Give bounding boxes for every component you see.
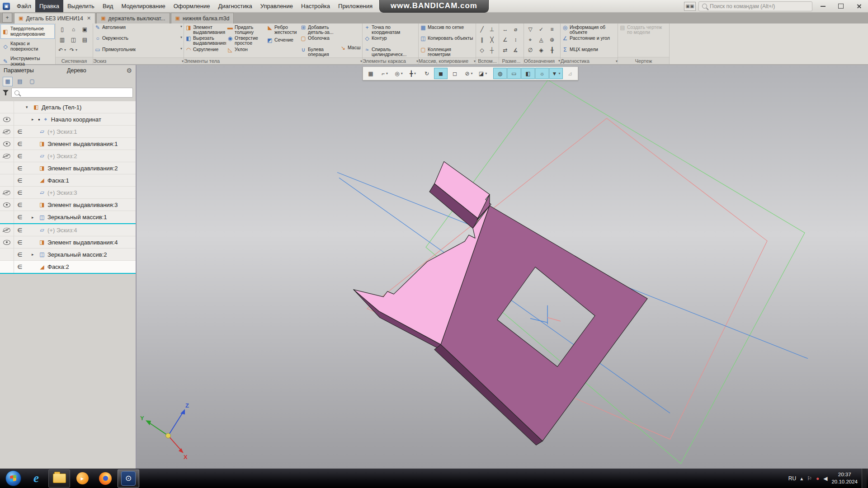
kompas-taskbar-button[interactable]: ⊙ [118,469,139,488]
ribbon-command[interactable]: ▢ Оболочка [300,35,340,46]
ribbon-command-disabled[interactable]: ▤ Создать чертеж по модели [619,24,668,37]
aux-icon-button[interactable]: ⊥ [486,24,498,34]
filter-icon[interactable] [3,90,9,95]
tree-item[interactable]: ∈ ◢ Фаска:1 [0,174,136,187]
notation-icon-button[interactable]: ✓ [535,24,547,34]
visibility-toggle[interactable] [0,150,14,162]
new-document-button[interactable]: + [2,13,12,23]
visibility-toggle[interactable] [0,224,14,236]
viewport-tool-button[interactable]: ▼ ▾ [549,68,563,79]
tree-item[interactable]: ∈ ▱ (+) Эскиз:2 [0,150,136,162]
viewport-tool-button[interactable]: ◪ ▾ [476,68,490,79]
menu-item[interactable]: Оформление [170,0,214,12]
visibility-toggle[interactable] [0,162,14,174]
notation-icon-button[interactable]: ∅ [524,45,537,55]
section-dropdown-icon[interactable]: ▾ [473,59,476,63]
panels-layout-button[interactable]: ▣▣ [684,2,696,11]
ribbon-command[interactable]: ◧ Вырезать выдавливанием [185,35,226,46]
panel-tool-button[interactable]: ▤ [15,77,25,86]
aux-icon-button[interactable]: ┼ [486,45,498,55]
menu-item[interactable]: Вид [99,0,118,12]
visibility-toggle[interactable] [0,187,14,198]
language-indicator[interactable]: RU [788,475,796,482]
dropdown-icon[interactable]: ▾ [413,71,416,75]
menu-item[interactable]: Файл [13,0,35,12]
ribbon-command[interactable]: ◇ Контур [363,35,417,46]
panel-tool-button[interactable]: ▢ [27,77,37,86]
maximize-button[interactable] [833,1,849,11]
visibility-toggle[interactable] [0,261,14,273]
file-explorer-button[interactable] [48,469,70,488]
tree-item[interactable]: ∈ ▱ (+) Эскиз:1 [0,126,136,138]
dropdown-icon[interactable]: ▾ [179,36,182,39]
mode-panel-chevron-icon[interactable]: ∨ [0,69,55,73]
ribbon-command[interactable]: ◠ Скругление [185,46,226,57]
visibility-toggle[interactable] [0,113,14,125]
mode-button[interactable]: ◇ Каркас и поверхности [0,39,55,54]
system-icon-button[interactable]: ▤ [79,34,91,45]
viewport-tool-button[interactable]: ◍ [493,68,507,79]
media-player-button[interactable]: ► [71,469,93,488]
mode-button[interactable]: ✎ Инструменты эскиза [0,54,55,69]
dropdown-icon[interactable]: ▾ [179,25,182,28]
tree-item[interactable]: ∈ ▱ (+) Эскиз:3 [0,187,136,199]
system-icon-button[interactable]: ⌂ [67,24,80,34]
visibility-toggle[interactable] [0,174,14,186]
tree-item[interactable]: ∈ ▱ (+) Эскиз:4 [0,224,136,236]
ribbon-command[interactable]: ∠ Расстояние и угол [561,35,617,46]
system-icon-button[interactable]: ↷ ▾ [67,45,80,55]
command-search[interactable]: Поиск по командам (Alt+/) [698,1,812,11]
minimize-button[interactable] [815,1,830,11]
ribbon-command[interactable]: ◺ Уклон [226,46,266,57]
ribbon-command[interactable]: ▦ Массив по сетке [420,24,475,35]
dropdown-icon[interactable]: ▾ [557,71,560,75]
tree-item[interactable]: ∈ ◨ Элемент выдавливания:1 [0,138,136,150]
taskbar-clock[interactable]: 20:37 20.10.2024 [831,471,858,485]
document-tab[interactable]: ▣ нижняя балка.m3d [171,13,234,23]
notation-icon-button[interactable]: ◈ [535,45,547,55]
notation-icon-button[interactable]: ╂ [546,45,558,55]
document-tab[interactable]: ▣ держатель выключат... [96,13,170,23]
ribbon-command[interactable]: Σ МЦХ модели [561,46,617,57]
viewport-tool-button[interactable]: ⊘ ▾ [462,68,476,79]
viewport-tool-button[interactable]: ☼ [535,68,549,79]
dimension-icon-button[interactable]: ⌀ [510,24,522,34]
aux-icon-button[interactable]: ╳ [486,35,498,45]
ribbon-command[interactable]: ◩ Сечение [266,37,300,49]
ribbon-command[interactable]: ∪ Булева операция [300,46,340,57]
panel-tool-button[interactable]: ▦ [3,77,13,86]
viewport-tool-button[interactable]: ◎ ▾ [392,68,406,79]
start-button[interactable] [2,469,24,488]
ribbon-command[interactable]: ○ Окружность ▾ [94,35,183,46]
viewport-tool-button[interactable]: ◼ [434,68,448,79]
ribbon-command[interactable]: ◣ Ребро жесткости [266,24,300,37]
system-icon-button[interactable]: ↶ ▾ [56,45,69,55]
ribbon-command[interactable]: + Точка по координатам [363,24,417,35]
notation-icon-button[interactable]: ⊕ [546,35,558,45]
tree-item[interactable]: ∈ ◨ Элемент выдавливания:2 [0,162,136,174]
viewport-tool-button[interactable]: ╋ ▾ [406,68,420,79]
viewport-tool-button[interactable]: ▭ [507,68,521,79]
expand-arrow-icon[interactable]: ▸ [32,117,38,122]
menu-item[interactable]: Моделирование [117,0,169,12]
gear-icon[interactable]: ⚙ [126,67,132,74]
viewport-tool-button[interactable]: ⊿ [563,68,577,79]
menu-item[interactable]: Диагностика [214,0,256,12]
tree-item[interactable]: ∈ ▸ ◫ Зеркальный массив:2 [0,249,136,261]
tray-expand-icon[interactable]: ▴ [800,475,803,482]
volume-icon[interactable]: ◀ [823,475,827,482]
ribbon-command[interactable]: ▭ Прямоугольник ▾ [94,46,183,57]
expand-arrow-icon[interactable]: ▾ [26,105,32,109]
part-model[interactable] [354,162,647,446]
close-button[interactable] [851,1,867,11]
expand-arrow-icon[interactable]: ▸ [32,215,38,220]
ribbon-command[interactable]: ▢ Коллекция геометрии [420,46,475,57]
visibility-toggle[interactable] [0,199,14,211]
menu-item[interactable]: Правка [35,0,63,12]
tree-item[interactable]: ∈ ◢ Фаска:2 [0,261,136,274]
section-dropdown-icon[interactable]: ▾ [181,59,184,63]
dropdown-icon[interactable]: ▾ [484,71,487,75]
viewport-tool-button[interactable]: ◻ [448,68,462,79]
ribbon-command[interactable]: ◨ Элемент выдавливания [185,24,226,35]
ribbon-command[interactable]: ≈ Спираль цилиндрическ... [363,46,417,57]
